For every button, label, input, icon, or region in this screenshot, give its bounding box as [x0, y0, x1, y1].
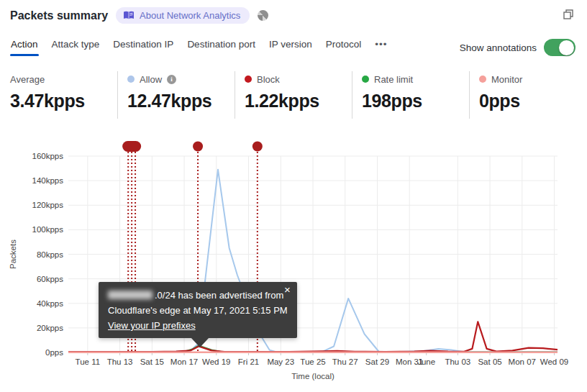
- stat-label: Monitor: [491, 74, 522, 85]
- tab-destination-port[interactable]: Destination port: [186, 37, 256, 56]
- x-tick-label: Wed 19: [202, 357, 230, 366]
- block-legend-dot: [245, 76, 252, 83]
- y-axis-title: Packets: [9, 240, 17, 269]
- stat-value: 0pps: [479, 91, 586, 111]
- stat-value: 12.47kpps: [127, 91, 235, 111]
- tab-bar: ActionAttack typeDestination IPDestinati…: [10, 37, 388, 56]
- x-axis-title: Time (local): [291, 372, 335, 380]
- y-tick-label: 120kpps: [32, 201, 64, 209]
- show-annotations-toggle[interactable]: [544, 39, 575, 56]
- annotation-marker-group[interactable]: [122, 141, 141, 152]
- stat-label: Average: [10, 74, 45, 85]
- x-tick-label: Sat 15: [140, 357, 164, 366]
- tab-more-menu[interactable]: •••: [374, 37, 388, 56]
- stat-allow: Allowi12.47kpps: [117, 71, 235, 119]
- close-icon[interactable]: ×: [284, 284, 291, 295]
- x-tick-label: Wed 09: [540, 357, 568, 366]
- stat-label: Block: [257, 74, 280, 85]
- badge-label: About Network Analytics: [140, 10, 240, 21]
- stat-monitor: Monitor0pps: [469, 71, 586, 119]
- annotation-marker[interactable]: [193, 142, 203, 152]
- page-title: Packets summary: [10, 9, 108, 22]
- show-annotations-control: Show annotations: [460, 39, 575, 56]
- x-tick-label: Mon 17: [170, 357, 198, 366]
- rate-limit-legend-dot: [362, 76, 369, 83]
- y-tick-label: 140kpps: [32, 176, 64, 185]
- panel-header: Packets summary About Network Analytics: [10, 7, 268, 24]
- stat-block: Block1.22kpps: [235, 71, 352, 119]
- stat-label: Allow: [140, 74, 162, 85]
- y-tick-label: 20kpps: [37, 324, 63, 332]
- tab-ip-version[interactable]: IP version: [268, 37, 313, 56]
- y-tick-label: 0pps: [45, 348, 63, 357]
- tab-action[interactable]: Action: [10, 37, 39, 56]
- x-tick-label: Thu 03: [445, 357, 470, 366]
- x-tick-label: Fri 21: [238, 357, 259, 366]
- y-tick-label: 160kpps: [32, 152, 64, 160]
- y-tick-label: 60kpps: [37, 275, 63, 283]
- x-tick-label: Tue 11: [76, 357, 101, 366]
- tooltip-caret: [191, 337, 209, 347]
- annotation-tooltip: × .0/24 has been advertised from Cloudfl…: [99, 282, 297, 338]
- x-tick-label: Thu 13: [107, 357, 133, 366]
- annotation-marker[interactable]: [252, 142, 263, 152]
- stat-label: Rate limit: [374, 74, 413, 85]
- book-icon: [123, 11, 135, 20]
- x-tick-label: June: [417, 357, 435, 366]
- y-tick-label: 40kpps: [37, 299, 63, 308]
- y-tick-label: 80kpps: [37, 250, 63, 259]
- tooltip-line1: .0/24 has been advertised from: [108, 288, 288, 303]
- tab-row: ActionAttack typeDestination IPDestinati…: [10, 37, 575, 56]
- toggle-knob: [559, 40, 574, 55]
- x-tick-label: Mon 07: [509, 357, 536, 366]
- stat-average: Average3.47kpps: [10, 71, 117, 119]
- tab-protocol[interactable]: Protocol: [325, 37, 363, 56]
- show-annotations-label: Show annotations: [460, 42, 537, 53]
- info-icon[interactable]: i: [167, 75, 176, 84]
- tab-destination-ip[interactable]: Destination IP: [112, 37, 174, 56]
- allow-legend-dot: [127, 76, 135, 83]
- redacted-ip-prefix: [108, 291, 153, 299]
- tooltip-line2: Cloudflare's edge at May 17, 2021 5:15 P…: [108, 303, 288, 318]
- x-tick-label: Tue 25: [300, 357, 325, 366]
- tab-attack-type[interactable]: Attack type: [51, 37, 101, 56]
- view-ip-prefixes-link[interactable]: View your IP prefixes: [108, 320, 196, 331]
- x-tick-label: May 23: [267, 357, 294, 366]
- monitor-legend-dot: [479, 76, 486, 83]
- packets-summary-panel: Packets summary About Network Analytics …: [0, 0, 587, 392]
- stat-value: 198pps: [362, 91, 469, 111]
- stats-row: Average3.47kppsAllowi12.47kppsBlock1.22k…: [10, 71, 586, 119]
- stat-value: 3.47kpps: [10, 91, 117, 111]
- y-tick-label: 100kpps: [32, 225, 64, 234]
- packets-time-series-chart: 0pps20kpps40kpps60kpps80kpps100kpps120kp…: [0, 137, 587, 392]
- usage-pie-icon[interactable]: [258, 10, 268, 21]
- x-tick-label: Sat 29: [365, 357, 389, 366]
- x-tick-label: Sat 05: [478, 357, 501, 366]
- about-network-analytics-badge[interactable]: About Network Analytics: [116, 7, 250, 24]
- duplicate-window-icon[interactable]: [563, 9, 574, 23]
- x-tick-label: Thu 27: [332, 357, 358, 366]
- stat-value: 1.22kpps: [245, 91, 352, 111]
- stat-rate-limit: Rate limit198pps: [352, 71, 469, 119]
